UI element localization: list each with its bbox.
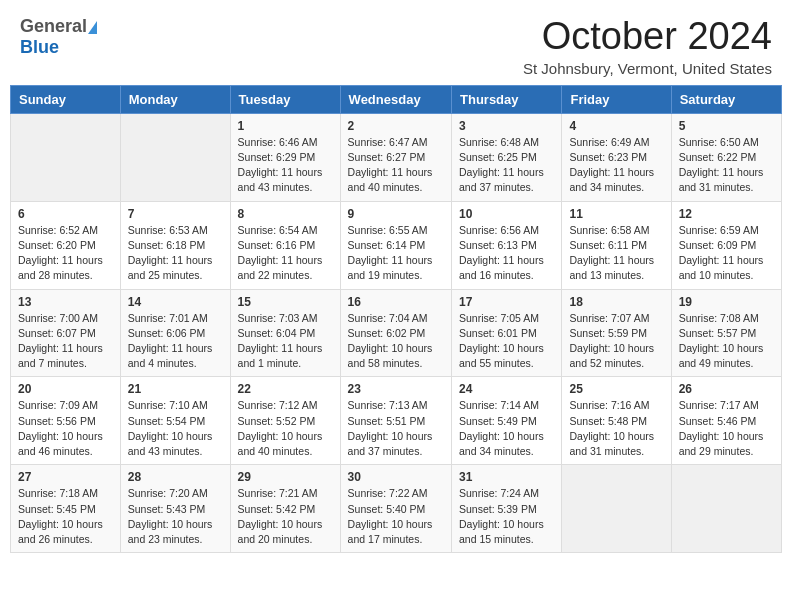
day-number: 9	[348, 207, 444, 221]
day-info: Sunrise: 6:46 AMSunset: 6:29 PMDaylight:…	[238, 135, 333, 196]
day-info: Sunrise: 7:01 AMSunset: 6:06 PMDaylight:…	[128, 311, 223, 372]
calendar-cell: 11Sunrise: 6:58 AMSunset: 6:11 PMDayligh…	[562, 201, 671, 289]
calendar-cell: 7Sunrise: 6:53 AMSunset: 6:18 PMDaylight…	[120, 201, 230, 289]
calendar-cell: 27Sunrise: 7:18 AMSunset: 5:45 PMDayligh…	[11, 465, 121, 553]
month-title: October 2024	[523, 16, 772, 58]
day-number: 27	[18, 470, 113, 484]
calendar-cell: 22Sunrise: 7:12 AMSunset: 5:52 PMDayligh…	[230, 377, 340, 465]
day-number: 20	[18, 382, 113, 396]
day-number: 3	[459, 119, 554, 133]
calendar-header: SundayMondayTuesdayWednesdayThursdayFrid…	[11, 85, 782, 113]
weekday-header-wednesday: Wednesday	[340, 85, 451, 113]
day-number: 11	[569, 207, 663, 221]
day-info: Sunrise: 6:47 AMSunset: 6:27 PMDaylight:…	[348, 135, 444, 196]
weekday-header-friday: Friday	[562, 85, 671, 113]
day-info: Sunrise: 6:52 AMSunset: 6:20 PMDaylight:…	[18, 223, 113, 284]
calendar-cell: 12Sunrise: 6:59 AMSunset: 6:09 PMDayligh…	[671, 201, 781, 289]
weekday-header-sunday: Sunday	[11, 85, 121, 113]
calendar-cell: 31Sunrise: 7:24 AMSunset: 5:39 PMDayligh…	[452, 465, 562, 553]
calendar-cell: 20Sunrise: 7:09 AMSunset: 5:56 PMDayligh…	[11, 377, 121, 465]
weekday-header-saturday: Saturday	[671, 85, 781, 113]
day-info: Sunrise: 6:54 AMSunset: 6:16 PMDaylight:…	[238, 223, 333, 284]
day-info: Sunrise: 7:08 AMSunset: 5:57 PMDaylight:…	[679, 311, 774, 372]
day-number: 6	[18, 207, 113, 221]
calendar-week-0: 1Sunrise: 6:46 AMSunset: 6:29 PMDaylight…	[11, 113, 782, 201]
day-info: Sunrise: 7:22 AMSunset: 5:40 PMDaylight:…	[348, 486, 444, 547]
day-info: Sunrise: 6:53 AMSunset: 6:18 PMDaylight:…	[128, 223, 223, 284]
calendar-cell: 23Sunrise: 7:13 AMSunset: 5:51 PMDayligh…	[340, 377, 451, 465]
day-number: 19	[679, 295, 774, 309]
calendar-cell: 8Sunrise: 6:54 AMSunset: 6:16 PMDaylight…	[230, 201, 340, 289]
logo-general-text: General	[20, 16, 87, 37]
calendar-cell: 28Sunrise: 7:20 AMSunset: 5:43 PMDayligh…	[120, 465, 230, 553]
day-info: Sunrise: 7:20 AMSunset: 5:43 PMDaylight:…	[128, 486, 223, 547]
calendar-cell: 25Sunrise: 7:16 AMSunset: 5:48 PMDayligh…	[562, 377, 671, 465]
calendar-cell: 3Sunrise: 6:48 AMSunset: 6:25 PMDaylight…	[452, 113, 562, 201]
weekday-header-monday: Monday	[120, 85, 230, 113]
day-number: 30	[348, 470, 444, 484]
title-block: October 2024 St Johnsbury, Vermont, Unit…	[523, 16, 772, 77]
calendar-cell: 6Sunrise: 6:52 AMSunset: 6:20 PMDaylight…	[11, 201, 121, 289]
day-number: 8	[238, 207, 333, 221]
day-info: Sunrise: 6:59 AMSunset: 6:09 PMDaylight:…	[679, 223, 774, 284]
day-number: 21	[128, 382, 223, 396]
day-info: Sunrise: 6:58 AMSunset: 6:11 PMDaylight:…	[569, 223, 663, 284]
calendar-cell: 1Sunrise: 6:46 AMSunset: 6:29 PMDaylight…	[230, 113, 340, 201]
weekday-header-tuesday: Tuesday	[230, 85, 340, 113]
day-info: Sunrise: 7:24 AMSunset: 5:39 PMDaylight:…	[459, 486, 554, 547]
day-info: Sunrise: 7:14 AMSunset: 5:49 PMDaylight:…	[459, 398, 554, 459]
calendar-cell: 26Sunrise: 7:17 AMSunset: 5:46 PMDayligh…	[671, 377, 781, 465]
day-info: Sunrise: 6:56 AMSunset: 6:13 PMDaylight:…	[459, 223, 554, 284]
page-header: General Blue October 2024 St Johnsbury, …	[0, 0, 792, 85]
calendar-week-1: 6Sunrise: 6:52 AMSunset: 6:20 PMDaylight…	[11, 201, 782, 289]
calendar-cell: 19Sunrise: 7:08 AMSunset: 5:57 PMDayligh…	[671, 289, 781, 377]
calendar-cell	[11, 113, 121, 201]
calendar-cell: 21Sunrise: 7:10 AMSunset: 5:54 PMDayligh…	[120, 377, 230, 465]
day-number: 22	[238, 382, 333, 396]
day-info: Sunrise: 7:03 AMSunset: 6:04 PMDaylight:…	[238, 311, 333, 372]
day-number: 17	[459, 295, 554, 309]
day-number: 24	[459, 382, 554, 396]
calendar-cell: 5Sunrise: 6:50 AMSunset: 6:22 PMDaylight…	[671, 113, 781, 201]
day-info: Sunrise: 7:09 AMSunset: 5:56 PMDaylight:…	[18, 398, 113, 459]
day-info: Sunrise: 7:10 AMSunset: 5:54 PMDaylight:…	[128, 398, 223, 459]
day-number: 25	[569, 382, 663, 396]
day-number: 18	[569, 295, 663, 309]
day-number: 2	[348, 119, 444, 133]
day-info: Sunrise: 7:21 AMSunset: 5:42 PMDaylight:…	[238, 486, 333, 547]
calendar-cell	[562, 465, 671, 553]
day-info: Sunrise: 6:50 AMSunset: 6:22 PMDaylight:…	[679, 135, 774, 196]
day-info: Sunrise: 6:49 AMSunset: 6:23 PMDaylight:…	[569, 135, 663, 196]
day-number: 15	[238, 295, 333, 309]
calendar-cell: 13Sunrise: 7:00 AMSunset: 6:07 PMDayligh…	[11, 289, 121, 377]
calendar-cell: 17Sunrise: 7:05 AMSunset: 6:01 PMDayligh…	[452, 289, 562, 377]
calendar-cell: 14Sunrise: 7:01 AMSunset: 6:06 PMDayligh…	[120, 289, 230, 377]
day-info: Sunrise: 7:04 AMSunset: 6:02 PMDaylight:…	[348, 311, 444, 372]
day-number: 7	[128, 207, 223, 221]
day-info: Sunrise: 7:07 AMSunset: 5:59 PMDaylight:…	[569, 311, 663, 372]
day-number: 14	[128, 295, 223, 309]
calendar-week-3: 20Sunrise: 7:09 AMSunset: 5:56 PMDayligh…	[11, 377, 782, 465]
calendar-wrapper: SundayMondayTuesdayWednesdayThursdayFrid…	[0, 85, 792, 563]
calendar-cell: 24Sunrise: 7:14 AMSunset: 5:49 PMDayligh…	[452, 377, 562, 465]
day-number: 13	[18, 295, 113, 309]
day-number: 1	[238, 119, 333, 133]
day-number: 4	[569, 119, 663, 133]
day-number: 16	[348, 295, 444, 309]
calendar-week-2: 13Sunrise: 7:00 AMSunset: 6:07 PMDayligh…	[11, 289, 782, 377]
day-number: 28	[128, 470, 223, 484]
calendar-cell: 29Sunrise: 7:21 AMSunset: 5:42 PMDayligh…	[230, 465, 340, 553]
day-info: Sunrise: 7:13 AMSunset: 5:51 PMDaylight:…	[348, 398, 444, 459]
calendar-cell: 2Sunrise: 6:47 AMSunset: 6:27 PMDaylight…	[340, 113, 451, 201]
day-info: Sunrise: 7:05 AMSunset: 6:01 PMDaylight:…	[459, 311, 554, 372]
day-info: Sunrise: 7:00 AMSunset: 6:07 PMDaylight:…	[18, 311, 113, 372]
logo-arrow-icon	[88, 21, 97, 34]
calendar-cell: 15Sunrise: 7:03 AMSunset: 6:04 PMDayligh…	[230, 289, 340, 377]
day-number: 10	[459, 207, 554, 221]
calendar-cell: 30Sunrise: 7:22 AMSunset: 5:40 PMDayligh…	[340, 465, 451, 553]
logo-blue-text: Blue	[20, 37, 59, 58]
day-info: Sunrise: 7:16 AMSunset: 5:48 PMDaylight:…	[569, 398, 663, 459]
calendar-cell	[671, 465, 781, 553]
day-info: Sunrise: 6:48 AMSunset: 6:25 PMDaylight:…	[459, 135, 554, 196]
day-info: Sunrise: 7:17 AMSunset: 5:46 PMDaylight:…	[679, 398, 774, 459]
